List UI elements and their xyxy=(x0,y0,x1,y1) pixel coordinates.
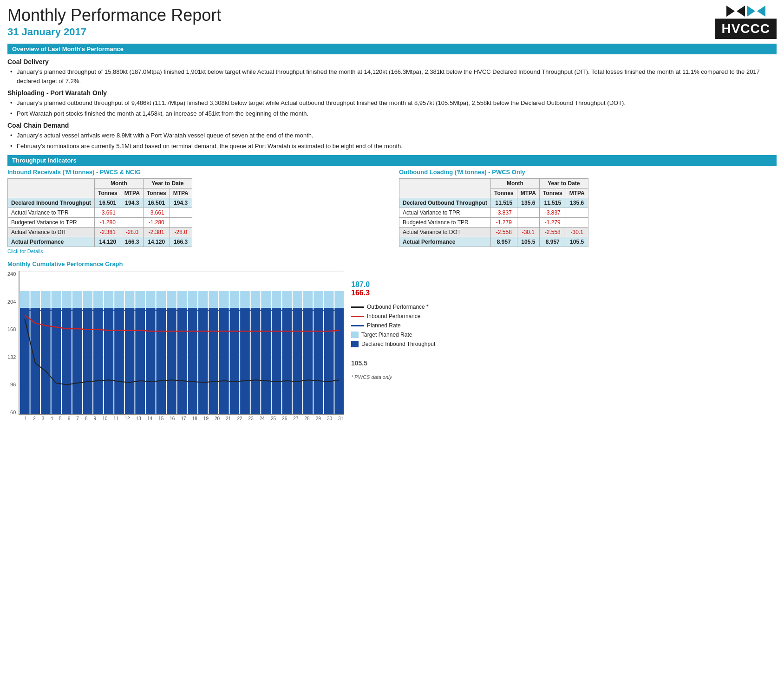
svg-rect-54 xyxy=(209,308,219,415)
chart-title: Monthly Cumulative Performance Graph xyxy=(7,260,777,267)
report-title: Monthly Performance Report xyxy=(7,6,221,25)
inbound-month-header: Month xyxy=(94,179,143,189)
table-row: Budgeted Variance to TPR -1.279 -1.279 xyxy=(399,218,588,228)
cell xyxy=(121,208,143,218)
legend-line-inbound xyxy=(351,316,364,317)
cell: -2.381 xyxy=(143,228,170,237)
cell: 194.3 xyxy=(121,198,143,208)
arrow-right-blue xyxy=(747,6,755,17)
outbound-table-block: Outbound Loading ('M tonnes) - PWCS Only… xyxy=(399,169,777,254)
coal-delivery-bullets: January's planned throughput of 15,880kt… xyxy=(7,67,777,85)
cell xyxy=(517,208,539,218)
row-label: Declared Outbound Throughput xyxy=(399,198,491,208)
cell: -1.279 xyxy=(490,218,517,228)
row-label: Budgeted Variance to TPR xyxy=(399,218,491,228)
shiploading-bullet-2: Port Waratah port stocks finished the mo… xyxy=(17,109,777,118)
cell: 166.3 xyxy=(170,237,192,247)
cell: -3.661 xyxy=(94,208,121,218)
row-label: Actual Variance to DIT xyxy=(8,228,95,237)
svg-rect-62 xyxy=(293,308,302,415)
logo-area: HVCCC xyxy=(715,6,777,39)
click-for-details-link[interactable]: Click for Details xyxy=(7,248,385,254)
coal-chain-bullets: January's actual vessel arrivals were 8.… xyxy=(7,131,777,150)
cell xyxy=(170,218,192,228)
legend-line-planned xyxy=(351,325,364,326)
legend-label-inbound: Inbound Performance xyxy=(367,313,420,319)
coal-chain-bullet-2: February's nominations are currently 5.1… xyxy=(17,142,777,151)
inbound-col-label xyxy=(8,179,95,198)
outbound-table-label: Outbound Loading ('M tonnes) - PWCS Only xyxy=(399,169,777,176)
cell: -3.661 xyxy=(143,208,170,218)
inbound-table: Month Year to Date Tonnes MTPA Tonnes MT… xyxy=(7,178,192,247)
chart-container: 240 204 168 132 96 60 MTPA xyxy=(7,271,342,421)
y-tick-204: 204 xyxy=(7,299,16,305)
table-row: Declared Outbound Throughput 11.515 135.… xyxy=(399,198,588,208)
cell: 8.957 xyxy=(490,237,517,247)
row-label: Actual Variance to TPR xyxy=(399,208,491,218)
cell xyxy=(566,208,588,218)
inbound-table-label: Inbound Receivals ('M tonnes) - PWCS & N… xyxy=(7,169,385,176)
svg-rect-38 xyxy=(41,308,51,415)
cell: -3.837 xyxy=(490,208,517,218)
cell: 194.3 xyxy=(170,198,192,208)
legend-value-1055: 105.5 xyxy=(351,359,367,367)
cell: -30.1 xyxy=(517,228,539,237)
svg-rect-63 xyxy=(303,308,313,415)
outbound-mtpa-2: MTPA xyxy=(566,189,588,198)
arrow-right-1 xyxy=(726,6,735,17)
inbound-ytd-header: Year to Date xyxy=(143,179,192,189)
svg-rect-36 xyxy=(20,308,30,415)
cell: 166.3 xyxy=(121,237,143,247)
table-row: Actual Performance 8.957 105.5 8.957 105… xyxy=(399,237,588,247)
legend-label-target: Target Planned Rate xyxy=(361,332,412,338)
y-tick-240: 240 xyxy=(7,271,16,277)
outbound-month-header: Month xyxy=(490,179,539,189)
svg-rect-60 xyxy=(272,308,281,415)
legend-value-187: 187.0 xyxy=(351,280,435,289)
row-label: Actual Variance to DOT xyxy=(399,228,491,237)
cell: 135.6 xyxy=(517,198,539,208)
cell: -28.0 xyxy=(170,228,192,237)
svg-rect-40 xyxy=(62,308,72,415)
svg-rect-65 xyxy=(324,308,334,415)
row-label: Budgeted Variance to TPR xyxy=(8,218,95,228)
legend-item-outbound: Outbound Performance * xyxy=(351,304,435,310)
shiploading-bullets: January's planned outbound throughput of… xyxy=(7,98,777,118)
svg-rect-50 xyxy=(167,308,176,415)
y-tick-168: 168 xyxy=(7,326,16,332)
arrow-left-blue xyxy=(757,6,765,17)
pwcs-note: * PWCS data only xyxy=(351,374,435,380)
table-row: Budgeted Variance to TPR -1.280 -1.280 xyxy=(8,218,192,228)
legend-box-declared xyxy=(351,341,359,347)
svg-rect-53 xyxy=(198,308,208,415)
cell: 105.5 xyxy=(566,237,588,247)
legend-item-target: Target Planned Rate xyxy=(351,332,435,338)
inbound-tonnes-2: Tonnes xyxy=(143,189,170,198)
outbound-table: Month Year to Date Tonnes MTPA Tonnes MT… xyxy=(399,178,588,247)
svg-rect-56 xyxy=(230,308,240,415)
svg-rect-49 xyxy=(157,308,166,415)
cell: -1.279 xyxy=(539,218,566,228)
cell: -3.837 xyxy=(539,208,566,218)
svg-rect-64 xyxy=(314,308,324,415)
inbound-mtpa-2: MTPA xyxy=(170,189,192,198)
svg-rect-59 xyxy=(261,308,271,415)
cell: -28.0 xyxy=(121,228,143,237)
svg-rect-39 xyxy=(52,308,61,415)
svg-rect-42 xyxy=(83,308,93,415)
svg-rect-45 xyxy=(115,308,124,415)
svg-rect-43 xyxy=(93,308,103,415)
table-row: Actual Performance 14.120 166.3 14.120 1… xyxy=(8,237,192,247)
legend-item-planned: Planned Rate xyxy=(351,322,435,329)
y-tick-132: 132 xyxy=(7,354,16,360)
cell: -1.280 xyxy=(143,218,170,228)
row-label: Actual Performance xyxy=(8,237,95,247)
svg-rect-66 xyxy=(335,308,344,415)
outbound-tonnes-2: Tonnes xyxy=(539,189,566,198)
legend-label-declared: Declared Inbound Throughput xyxy=(361,341,435,347)
table-row: Actual Variance to DIT -2.381 -28.0 -2.3… xyxy=(8,228,192,237)
table-row: Actual Variance to TPR -3.661 -3.661 xyxy=(8,208,192,218)
arrow-left-1 xyxy=(737,6,745,17)
legend-line-outbound xyxy=(351,306,364,308)
table-row: Actual Variance to TPR -3.837 -3.837 xyxy=(399,208,588,218)
